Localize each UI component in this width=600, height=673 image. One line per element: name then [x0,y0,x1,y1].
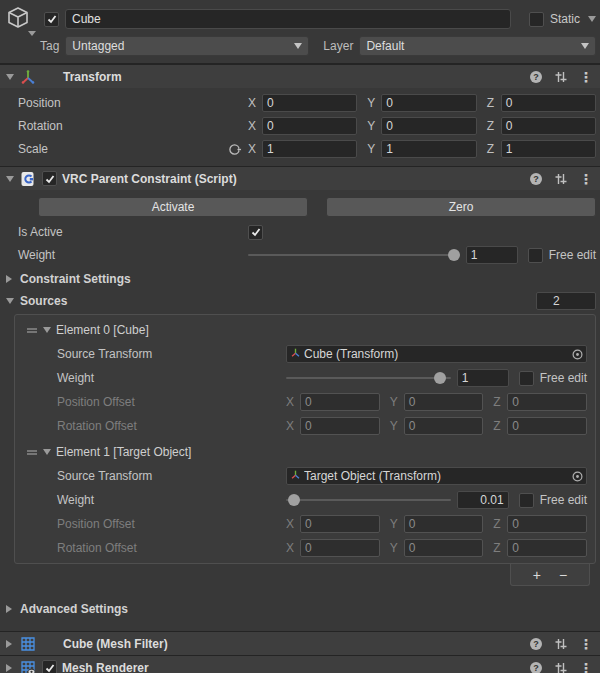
mesh-renderer-enabled-checkbox[interactable] [42,660,57,673]
scale-y-field[interactable]: 1 [381,140,476,158]
position-z-field[interactable]: 0 [501,94,596,112]
tag-value: Untagged [72,39,124,53]
scale-z-field[interactable]: 1 [501,140,596,158]
inspector-panel: Cube Static Tag Untagged Layer Default [0,0,600,673]
tag-dropdown[interactable]: Untagged [65,36,309,56]
foldout-closed-icon [6,275,12,283]
rotation-z-field[interactable]: 0 [501,117,596,135]
axis-x-label: X [248,119,257,133]
sources-count-field[interactable]: 2 [536,292,596,310]
axis-z-label: Z [487,96,496,110]
mesh-filter-header[interactable]: Cube (Mesh Filter) ? ⋮ [0,631,600,655]
axis-y-label: Y [390,395,399,409]
static-dropdown-icon[interactable] [588,16,596,22]
svg-text:?: ? [533,639,539,649]
transform-header[interactable]: Transform ? ⋮ [0,64,600,88]
foldout-open-icon[interactable] [6,176,14,182]
static-checkbox[interactable] [529,12,544,27]
gameobject-icon-button[interactable] [4,4,36,34]
help-icon[interactable]: ? [528,171,544,187]
element-1-source-row: Source Transform Target Object (Transfor… [15,467,587,485]
foldout-open-icon[interactable] [6,74,14,80]
position-offset-x-field: 0 [300,515,380,533]
chevron-down-icon [581,43,589,49]
foldout-closed-icon[interactable] [6,664,12,672]
sources-list-footer: + − [14,564,596,586]
element-1-header[interactable]: Element 1 [Target Object] [15,443,587,461]
is-active-row: Is Active [0,223,596,241]
constraint-settings-foldout[interactable]: Constraint Settings [6,270,596,288]
is-active-checkbox[interactable] [248,225,263,240]
free-edit-checkbox[interactable] [519,371,534,386]
element-1-weight-value-field[interactable]: 0.01 [457,491,509,509]
drag-handle-icon[interactable] [27,327,37,334]
element-1-position-offset-row: Position Offset X0 Y0 Z0 [15,515,587,533]
rotation-x-field[interactable]: 0 [262,117,357,135]
menu-icon[interactable]: ⋮ [578,69,594,85]
layer-dropdown[interactable]: Default [359,36,596,56]
element-0-weight-value-field[interactable]: 1 [457,369,509,387]
free-edit-checkbox[interactable] [528,248,543,263]
scale-label: Scale [18,142,248,157]
transform-icon [290,347,301,361]
axis-z-label: Z [493,395,502,409]
help-icon[interactable]: ? [528,660,544,673]
element-1-weight-row: Weight 0.01 Free edit [15,491,587,509]
scale-x-field[interactable]: 1 [262,140,357,158]
link-icon[interactable] [227,142,242,157]
help-icon[interactable]: ? [528,69,544,85]
position-label: Position [18,96,248,110]
axis-x-label: X [286,541,295,555]
presets-icon[interactable] [553,636,569,652]
rotation-offset-label: Rotation Offset [57,541,286,555]
axis-z-label: Z [493,517,502,531]
axis-x-label: X [286,517,295,531]
add-element-button[interactable]: + [533,568,541,582]
object-picker-icon[interactable] [571,470,584,483]
foldout-open-icon [43,449,51,455]
weight-slider[interactable] [248,246,460,264]
gameobject-name-field[interactable]: Cube [65,9,511,29]
position-row: Position X0 Y0 Z0 [0,94,596,112]
advanced-settings-foldout[interactable]: Advanced Settings [6,600,596,618]
axis-z-label: Z [487,142,496,156]
element-1-weight-slider[interactable] [286,491,451,509]
position-y-field[interactable]: 0 [381,94,476,112]
position-offset-y-field: 0 [404,393,484,411]
element-0-weight-slider[interactable] [286,369,451,387]
source-transform-object-field[interactable]: Target Object (Transform) [286,467,587,485]
sources-foldout[interactable]: Sources 2 [6,292,596,310]
remove-element-button[interactable]: − [559,568,567,582]
menu-icon[interactable]: ⋮ [578,636,594,652]
drag-handle-icon[interactable] [27,449,37,456]
foldout-open-icon [6,298,14,304]
source-transform-object-field[interactable]: Cube (Transform) [286,345,587,363]
menu-icon[interactable]: ⋮ [578,660,594,673]
foldout-closed-icon[interactable] [6,640,12,648]
mesh-renderer-header[interactable]: Mesh Renderer ? ⋮ [0,655,600,673]
position-offset-z-field: 0 [507,393,587,411]
position-x-field[interactable]: 0 [262,94,357,112]
menu-icon[interactable]: ⋮ [578,171,594,187]
rotation-y-field[interactable]: 0 [381,117,476,135]
object-picker-icon[interactable] [571,348,584,361]
element-0-weight-row: Weight 1 Free edit [15,369,587,387]
position-offset-x-field: 0 [300,393,380,411]
rotation-offset-y-field: 0 [404,539,484,557]
vrc-enabled-checkbox[interactable] [42,171,57,186]
zero-button[interactable]: Zero [326,197,596,217]
axis-x-label: X [248,96,257,110]
gameobject-enabled-checkbox[interactable] [44,12,59,27]
rotation-label: Rotation [18,119,248,133]
free-edit-checkbox[interactable] [519,493,534,508]
presets-icon[interactable] [553,69,569,85]
element-0-header[interactable]: Element 0 [Cube] [15,321,587,339]
chevron-down-icon [28,31,36,36]
activate-button[interactable]: Activate [38,197,308,217]
help-icon[interactable]: ? [528,636,544,652]
vrc-constraint-header[interactable]: VRC Parent Constraint (Script) ? ⋮ [0,166,600,190]
presets-icon[interactable] [553,660,569,673]
source-transform-value: Target Object (Transform) [304,469,571,483]
presets-icon[interactable] [553,171,569,187]
weight-value-field[interactable]: 1 [466,246,518,264]
